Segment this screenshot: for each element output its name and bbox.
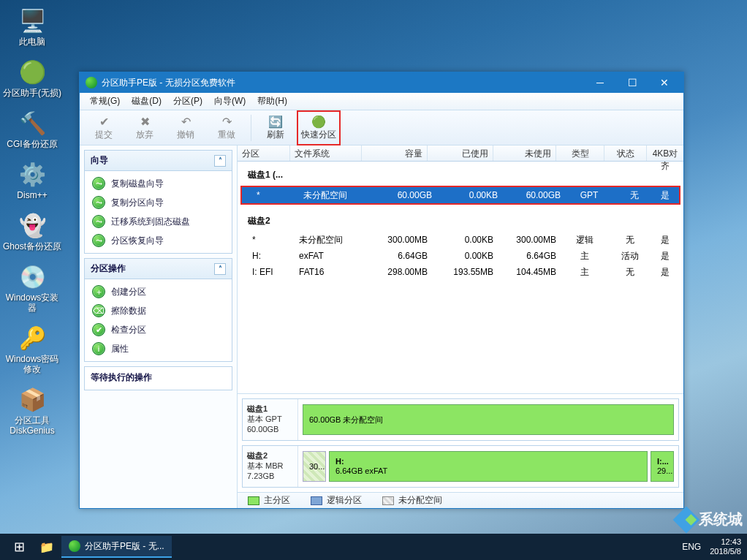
wizard-icon: ⤳ — [92, 177, 105, 190]
disk1-highlight: * 未分配空间 60.00GB 0.00KB 60.00GB GPT 无 是 — [240, 186, 680, 205]
content: 分区 文件系统 容量 已使用 未使用 类型 状态 4KB对齐 磁盘1 (... … — [238, 145, 683, 508]
tray-ime[interactable]: ENG — [682, 542, 701, 552]
menu-partition[interactable]: 分区(P) — [167, 93, 208, 110]
legend-unalloc-swatch — [382, 496, 394, 505]
system-tray: ENG 12:43 2018/5/8 — [682, 537, 741, 556]
quick-partition-button[interactable]: 🟢快速分区 — [299, 113, 338, 143]
op-check-partition[interactable]: ✔检查分区 — [89, 320, 227, 339]
x-icon: ✖ — [140, 114, 150, 129]
undo-icon: ↶ — [181, 114, 191, 129]
toolbar: ✔提交 ✖放弃 ↶撤销 ↷重做 🔄刷新 🟢快速分区 — [80, 110, 683, 145]
op-icon: ＋ — [92, 285, 105, 298]
collapse-icon[interactable]: ˄ — [214, 263, 226, 275]
ghost-icon: 👻 — [15, 211, 50, 240]
col-4k-align[interactable]: 4KB对齐 — [647, 145, 683, 161]
menu-disk[interactable]: 磁盘(D) — [126, 93, 167, 110]
op-icon: ⌫ — [92, 304, 105, 317]
table-row[interactable]: H:exFAT6.64GB0.00KB6.64GB主活动是 — [238, 248, 683, 264]
disk1-bar-unallocated[interactable]: 60.00GB 未分配空间 — [303, 404, 674, 435]
col-filesystem[interactable]: 文件系统 — [290, 145, 362, 161]
desktop-icon-wininstall[interactable]: 💿Windows安装器 — [3, 262, 61, 313]
cd-icon: 💿 — [15, 262, 50, 291]
minimize-button[interactable]: ─ — [584, 73, 616, 92]
table-row[interactable]: I: EFIFAT16298.00MB193.55MB104.45MB主无是 — [238, 264, 683, 280]
table-header: 分区 文件系统 容量 已使用 未使用 类型 状态 4KB对齐 — [238, 145, 683, 162]
tray-clock[interactable]: 12:43 2018/5/8 — [710, 537, 741, 556]
file-explorer-icon[interactable]: 📁 — [32, 536, 61, 558]
titlebar[interactable]: 分区助手PE版 - 无损分区免费软件 ─ ☐ ✕ — [80, 72, 683, 93]
desktop-icon-cgi[interactable]: 🔨CGI备份还原 — [3, 108, 61, 149]
disk2-bar-h[interactable]: H:6.64GB exFAT — [329, 451, 648, 482]
maximize-button[interactable]: ☐ — [616, 73, 648, 92]
ops-panel-title: 分区操作 — [91, 262, 126, 275]
table-row[interactable]: *未分配空间300.00MB0.00KB300.00MB逻辑无是 — [238, 232, 683, 248]
op-properties[interactable]: i属性 — [89, 339, 227, 358]
col-free[interactable]: 未使用 — [493, 145, 556, 161]
desktop-icons: 🖥️此电脑 🟢分区助手(无损) 🔨CGI备份还原 ⚙️Dism++ 👻Ghost… — [3, 6, 69, 446]
start-button[interactable]: ⊞ — [6, 536, 32, 558]
commit-button[interactable]: ✔提交 — [84, 113, 124, 143]
disk2-title: 磁盘2 — [238, 208, 683, 232]
menu-help[interactable]: 帮助(H) — [251, 93, 293, 110]
check-icon: ✔ — [99, 114, 109, 129]
desktop-icon-ghost[interactable]: 👻Ghost备份还原 — [3, 211, 61, 251]
refresh-button[interactable]: 🔄刷新 — [256, 113, 295, 143]
undo-button[interactable]: ↶撤销 — [166, 113, 205, 143]
op-wipe-data[interactable]: ⌫擦除数据 — [89, 301, 227, 320]
col-type[interactable]: 类型 — [556, 145, 604, 161]
watermark-icon — [673, 506, 700, 533]
toolbar-separator — [251, 115, 251, 141]
wizard-panel-title: 向导 — [91, 154, 108, 167]
main-area: 向导˄ ⤳复制磁盘向导 ⤳复制分区向导 ⤳迁移系统到固态磁盘 ⤳分区恢复向导 分… — [80, 145, 683, 508]
disk2-info: 磁盘2 基本 MBR 7.23GB — [243, 446, 298, 487]
col-used[interactable]: 已使用 — [428, 145, 493, 161]
table-row[interactable]: * 未分配空间 60.00GB 0.00KB 60.00GB GPT 无 是 — [242, 187, 679, 203]
redo-button[interactable]: ↷重做 — [207, 113, 246, 143]
refresh-icon: 🔄 — [268, 114, 283, 129]
hammer-icon: 🔨 — [15, 108, 50, 137]
diskgenius-icon: 📦 — [15, 385, 50, 414]
disk2-bar-unallocated[interactable]: 30... — [303, 451, 326, 482]
redo-icon: ↷ — [222, 114, 232, 129]
col-partition[interactable]: 分区 — [238, 145, 290, 161]
col-capacity[interactable]: 容量 — [362, 145, 428, 161]
ops-panel: 分区操作˄ ＋创建分区 ⌫擦除数据 ✔检查分区 i属性 — [84, 258, 232, 362]
disk2-bar-i[interactable]: I:...29... — [651, 451, 674, 482]
disk1-viz[interactable]: 磁盘1 基本 GPT 60.00GB 60.00GB 未分配空间 — [242, 398, 679, 441]
partition-icon: 🟢 — [311, 114, 326, 129]
window-title: 分区助手PE版 - 无损分区免费软件 — [102, 77, 235, 89]
desktop-icon-thispc[interactable]: 🖥️此电脑 — [3, 6, 61, 47]
desktop-icon-winpass[interactable]: 🔑Windows密码修改 — [3, 323, 61, 374]
menu-wizard[interactable]: 向导(W) — [208, 93, 251, 110]
partition-assistant-window: 分区助手PE版 - 无损分区免费软件 ─ ☐ ✕ 常规(G) 磁盘(D) 分区(… — [79, 72, 684, 509]
monitor-icon: 🖥️ — [15, 6, 50, 35]
desktop-icon-dism[interactable]: ⚙️Dism++ — [3, 159, 61, 200]
legend-logical-swatch — [311, 496, 322, 505]
disk-icon: 🟢 — [15, 57, 50, 86]
taskbar-app-partition-assistant[interactable]: 分区助手PE版 - 无... — [61, 536, 172, 558]
key-icon: 🔑 — [15, 323, 50, 352]
taskbar: ⊞ 📁 分区助手PE版 - 无... ENG 12:43 2018/5/8 — [0, 534, 747, 560]
desktop-icon-partition-assistant[interactable]: 🟢分区助手(无损) — [3, 57, 61, 98]
disk2-viz[interactable]: 磁盘2 基本 MBR 7.23GB 30... H:6.64GB exFAT I… — [242, 445, 679, 488]
sidebar: 向导˄ ⤳复制磁盘向导 ⤳复制分区向导 ⤳迁移系统到固态磁盘 ⤳分区恢复向导 分… — [80, 145, 238, 508]
wizard-icon: ⤳ — [92, 215, 105, 228]
wizard-copy-partition[interactable]: ⤳复制分区向导 — [89, 193, 227, 212]
menubar: 常规(G) 磁盘(D) 分区(P) 向导(W) 帮助(H) — [80, 93, 683, 110]
close-button[interactable]: ✕ — [648, 73, 680, 92]
quick-partition-highlight: 🟢快速分区 — [297, 110, 341, 145]
col-status[interactable]: 状态 — [604, 145, 647, 161]
discard-button[interactable]: ✖放弃 — [125, 113, 164, 143]
menu-general[interactable]: 常规(G) — [84, 93, 126, 110]
op-create-partition[interactable]: ＋创建分区 — [89, 282, 227, 301]
wizard-icon: ⤳ — [92, 196, 105, 209]
app-icon — [86, 77, 97, 88]
wizard-copy-disk[interactable]: ⤳复制磁盘向导 — [89, 174, 227, 193]
desktop-icon-diskgenius[interactable]: 📦分区工具DiskGenius — [3, 385, 61, 436]
wizard-recover-partition[interactable]: ⤳分区恢复向导 — [89, 231, 227, 250]
pending-title: 等待执行的操作 — [85, 367, 232, 390]
watermark: 系统城 — [677, 510, 743, 529]
disk1-title: 磁盘1 (... — [238, 162, 683, 186]
collapse-icon[interactable]: ˄ — [214, 155, 226, 167]
wizard-migrate-ssd[interactable]: ⤳迁移系统到固态磁盘 — [89, 212, 227, 231]
